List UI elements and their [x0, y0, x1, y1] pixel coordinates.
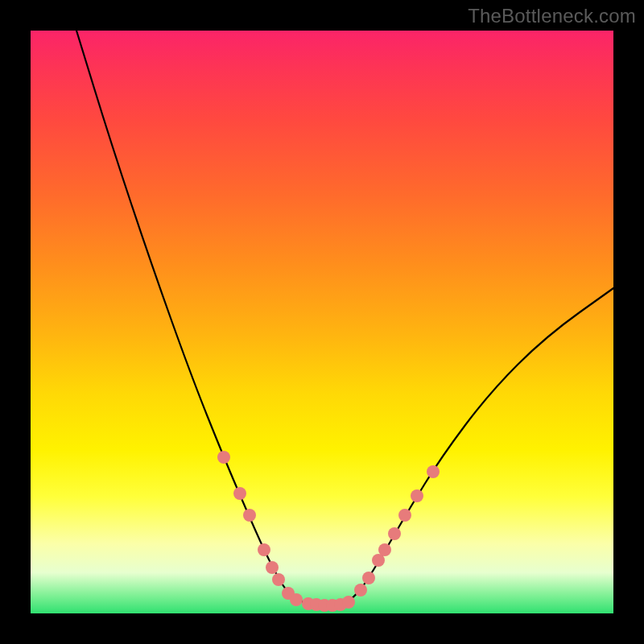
- data-dot: [258, 543, 270, 556]
- data-dot: [233, 487, 246, 500]
- watermark-text: TheBottleneck.com: [468, 5, 636, 27]
- data-dot: [243, 509, 256, 522]
- data-dot: [427, 465, 440, 478]
- plot-area: [31, 31, 613, 613]
- chart-svg: [31, 31, 613, 613]
- data-dot: [411, 489, 423, 502]
- scatter-dots: [217, 451, 440, 612]
- data-dot: [378, 543, 391, 556]
- data-dot: [217, 451, 230, 464]
- data-dot: [362, 572, 375, 584]
- data-dot: [398, 509, 411, 522]
- data-dot: [290, 593, 303, 606]
- data-dot: [388, 527, 401, 540]
- data-dot: [342, 596, 355, 609]
- data-dot: [266, 561, 279, 574]
- right-curve: [345, 288, 613, 604]
- data-dot: [354, 584, 367, 597]
- curve-group: [76, 31, 613, 604]
- chart-frame: TheBottleneck.com: [0, 0, 644, 644]
- data-dot: [272, 573, 285, 586]
- left-curve: [76, 31, 311, 604]
